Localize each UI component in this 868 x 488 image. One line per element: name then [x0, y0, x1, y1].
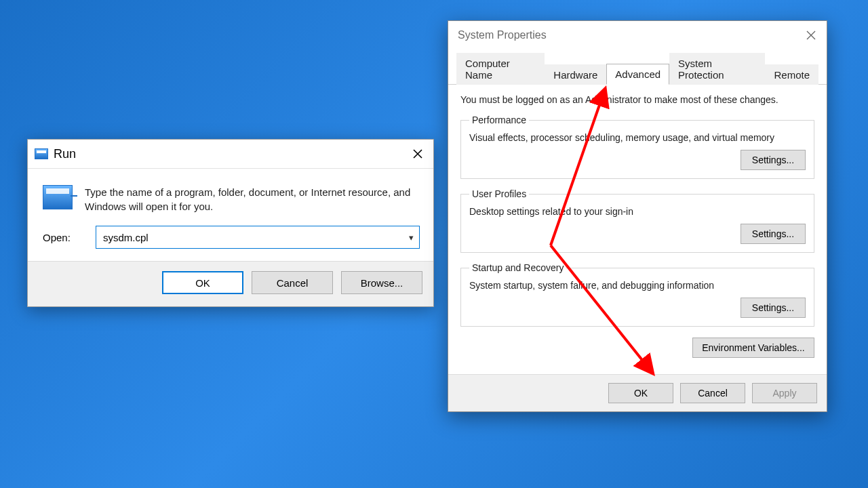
sys-title-text: System Properties	[458, 29, 547, 41]
run-description: Type the name of a program, folder, docu…	[85, 185, 420, 214]
cancel-button[interactable]: Cancel	[252, 271, 333, 294]
group-user-profiles: User Profiles Desktop settings related t…	[460, 188, 814, 253]
tab-computer-name[interactable]: Computer Name	[456, 53, 545, 85]
cancel-button[interactable]: Cancel	[680, 383, 745, 403]
sys-titlebar: System Properties	[448, 21, 827, 49]
tab-advanced[interactable]: Advanced	[606, 64, 669, 85]
group-performance-desc: Visual effects, processor scheduling, me…	[469, 132, 806, 143]
group-startup-legend: Startup and Recovery	[469, 262, 566, 273]
tab-hardware[interactable]: Hardware	[545, 64, 606, 85]
run-title-left: Run	[35, 147, 76, 161]
run-dialog: Run Type the name of a program, folder, …	[27, 139, 434, 307]
group-user-profiles-desc: Desktop settings related to your sign-in	[469, 206, 806, 217]
run-titlebar: Run	[28, 140, 433, 169]
sys-footer: OK Cancel Apply	[448, 374, 827, 411]
run-button-bar: OK Cancel Browse...	[28, 261, 433, 306]
tab-remote[interactable]: Remote	[765, 64, 818, 85]
run-title-text: Run	[54, 147, 76, 161]
browse-button[interactable]: Browse...	[341, 271, 422, 294]
admin-note: You must be logged on as an Administrato…	[460, 94, 814, 105]
close-icon	[806, 30, 816, 40]
group-startup-recovery: Startup and Recovery System startup, sys…	[460, 262, 814, 327]
run-open-row: Open: sysdm.cpl ▾	[28, 223, 433, 261]
close-icon	[413, 149, 422, 159]
tab-system-protection[interactable]: System Protection	[669, 53, 765, 85]
env-button-row: Environment Variables...	[460, 336, 814, 367]
close-button[interactable]	[409, 145, 427, 163]
ok-button[interactable]: OK	[162, 271, 243, 294]
close-button[interactable]	[804, 28, 818, 43]
group-performance-legend: Performance	[469, 115, 529, 125]
open-label: Open:	[43, 232, 83, 243]
group-user-profiles-legend: User Profiles	[469, 188, 529, 199]
group-startup-desc: System startup, system failure, and debu…	[469, 280, 806, 291]
startup-settings-button[interactable]: Settings...	[741, 298, 806, 318]
sys-tab-content: You must be logged on as an Administrato…	[448, 85, 827, 374]
open-command-text: sysdm.cpl	[103, 232, 409, 243]
open-combobox[interactable]: sysdm.cpl ▾	[96, 226, 420, 249]
environment-variables-button[interactable]: Environment Variables...	[692, 338, 814, 358]
group-performance: Performance Visual effects, processor sc…	[460, 115, 814, 179]
user-profiles-settings-button[interactable]: Settings...	[741, 224, 806, 244]
apply-button[interactable]: Apply	[752, 383, 817, 403]
sys-tabs: Computer Name Hardware Advanced System P…	[448, 52, 827, 85]
performance-settings-button[interactable]: Settings...	[741, 150, 806, 170]
run-body: Type the name of a program, folder, docu…	[28, 169, 433, 223]
chevron-down-icon: ▾	[409, 232, 414, 243]
system-properties-dialog: System Properties Computer Name Hardware…	[448, 20, 827, 412]
run-icon	[35, 148, 48, 159]
ok-button[interactable]: OK	[608, 383, 673, 403]
run-program-icon	[43, 185, 73, 209]
